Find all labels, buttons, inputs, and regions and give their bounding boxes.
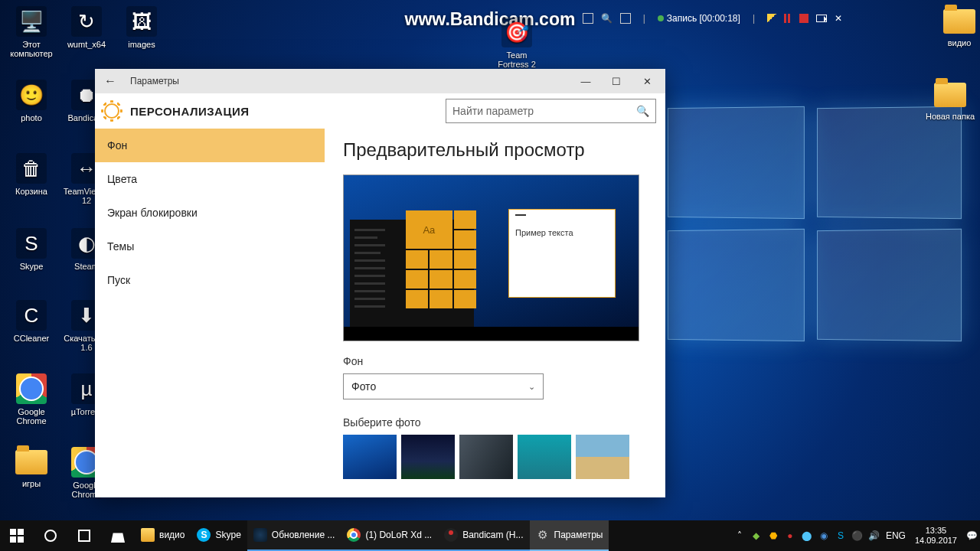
tray-clock[interactable]: 13:35 14.09.2017 xyxy=(909,526,963,546)
chevron-down-icon: ⌄ xyxy=(528,382,535,392)
desktop-icon-label: images xyxy=(115,40,168,49)
taskbar-task[interactable]: видио xyxy=(135,520,191,551)
task-view-icon[interactable] xyxy=(67,520,101,551)
sidebar-item[interactable]: Пуск xyxy=(95,263,325,297)
wallpaper-thumb[interactable] xyxy=(401,435,455,479)
desktop-icon[interactable]: 🗑Корзина xyxy=(5,153,58,196)
desktop-icon[interactable]: CCCleaner xyxy=(5,300,58,343)
search-icon: 🔍 xyxy=(636,105,649,117)
desktop-icon[interactable]: ↻wumt_x64 xyxy=(60,6,113,49)
section-title: ПЕРСОНАЛИЗАЦИЯ xyxy=(130,105,249,118)
sidebar-item[interactable]: Экран блокировки xyxy=(95,196,325,230)
taskbar-task[interactable]: Параметры xyxy=(530,520,609,551)
taskbar-task[interactable]: Обновление ... xyxy=(247,520,341,551)
bandicam-toolbar[interactable]: 🔍 | Запись [00:00:18] | ✕ xyxy=(583,11,842,26)
taskbar-task[interactable]: Bandicam (H... xyxy=(438,520,529,551)
wallpaper-thumb[interactable] xyxy=(343,435,397,479)
wallpaper-thumb[interactable] xyxy=(518,435,571,479)
minimize-button[interactable]: ― xyxy=(570,69,601,93)
close-button[interactable]: ✕ xyxy=(632,69,662,93)
desktop-icon-label: photo xyxy=(5,113,58,122)
bandicam-magnify-icon[interactable]: 🔍 xyxy=(601,13,612,24)
tray-steam-icon[interactable]: ◉ xyxy=(815,520,832,551)
start-button[interactable] xyxy=(0,520,34,551)
desktop-icon-label: видио xyxy=(933,38,980,47)
bandicam-region-icon[interactable] xyxy=(620,13,631,24)
desktop-icon[interactable]: видио xyxy=(933,6,980,47)
desktop-icon-label: Skype xyxy=(5,262,58,271)
app-icon: S xyxy=(16,228,47,259)
desktop[interactable]: www.Bandicam.com 🔍 | Запись [00:00:18] |… xyxy=(0,0,980,551)
bandicam-close-icon[interactable]: ✕ xyxy=(835,13,842,24)
tray-icon[interactable]: ⬤ xyxy=(799,520,815,551)
maximize-button[interactable]: ☐ xyxy=(601,69,632,93)
app-icon: 🙂 xyxy=(16,80,47,110)
wallpaper-thumb[interactable] xyxy=(576,435,629,479)
pencil-icon[interactable] xyxy=(767,14,776,23)
task-label: Bandicam (H... xyxy=(462,530,523,540)
settings-header: ПЕРСОНАЛИЗАЦИЯ Найти параметр 🔍 xyxy=(95,93,665,129)
app-icon: 🎯 xyxy=(501,17,532,47)
pause-icon[interactable] xyxy=(784,14,792,23)
store-icon[interactable] xyxy=(101,520,135,551)
tray-notifications-icon[interactable]: 💬 xyxy=(963,520,980,551)
taskbar[interactable]: видиоSSkypeОбновление ...(1) DoLoR Xd ..… xyxy=(0,520,980,551)
bandicam-fullscreen-icon[interactable] xyxy=(583,13,593,24)
desktop-icon-label: Корзина xyxy=(5,187,58,196)
tray-network-icon[interactable]: ⚫ xyxy=(849,520,866,551)
sidebar-item[interactable]: Темы xyxy=(95,230,325,263)
background-select[interactable]: Фото ⌄ xyxy=(343,373,544,399)
folder-icon xyxy=(943,9,975,34)
task-label: Параметры xyxy=(554,530,603,540)
cortana-search-icon[interactable] xyxy=(34,520,67,551)
folder-icon xyxy=(934,83,966,107)
desktop-icon[interactable]: 🖥️Этот компьютер xyxy=(5,6,58,58)
settings-icon xyxy=(536,528,550,542)
desktop-icon[interactable]: Google Chrome xyxy=(5,373,58,425)
settings-content[interactable]: Предварительный просмотр Aa Пример текст… xyxy=(325,129,665,497)
gear-icon xyxy=(104,103,119,119)
taskbar-task[interactable]: SSkype xyxy=(191,520,247,551)
desktop-icon[interactable]: игры xyxy=(5,447,58,488)
settings-sidebar: ФонЦветаЭкран блокировкиТемыПуск xyxy=(95,129,325,497)
choose-photo-label: Выберите фото xyxy=(343,416,647,429)
app-icon: 🗑 xyxy=(16,153,47,184)
search-placeholder: Найти параметр xyxy=(452,105,534,117)
wallpaper-thumb[interactable] xyxy=(459,435,513,479)
camera-icon[interactable] xyxy=(816,15,827,22)
sidebar-item[interactable]: Фон xyxy=(95,129,325,162)
tray-icon[interactable]: ◆ xyxy=(748,520,765,551)
window-title: Параметры xyxy=(130,76,179,86)
folder-icon xyxy=(15,450,47,474)
desktop-icon[interactable]: Новая папка xyxy=(923,80,977,121)
preview-tile-aa: Aa xyxy=(406,210,452,249)
chrome-icon xyxy=(347,528,361,542)
sidebar-item[interactable]: Цвета xyxy=(95,162,325,196)
taskbar-task[interactable]: (1) DoLoR Xd ... xyxy=(341,520,438,551)
task-label: Skype xyxy=(215,530,240,540)
skype-icon: S xyxy=(197,528,211,542)
tray-language[interactable]: ENG xyxy=(883,520,909,551)
system-tray[interactable]: ˄ ◆ ⬣ ● ⬤ ◉ S ⚫ 🔊 ENG 13:35 14.09.2017 💬 xyxy=(731,520,980,551)
search-input[interactable]: Найти параметр 🔍 xyxy=(446,99,656,123)
desktop-icon-label: игры xyxy=(5,479,58,488)
app-icon: ↻ xyxy=(71,6,102,37)
window-titlebar[interactable]: ← Параметры ― ☐ ✕ xyxy=(95,69,665,93)
stop-icon[interactable] xyxy=(799,14,808,23)
tray-chevron-up-icon[interactable]: ˄ xyxy=(731,520,748,551)
tray-volume-icon[interactable]: 🔊 xyxy=(866,520,883,551)
wallpaper-thumbnails xyxy=(343,435,647,479)
tray-bandicam-icon[interactable]: ● xyxy=(782,520,799,551)
wallpaper-windows-logo xyxy=(666,107,965,344)
tray-icon[interactable]: ⬣ xyxy=(765,520,782,551)
tray-skype-icon[interactable]: S xyxy=(832,520,849,551)
desktop-icon[interactable]: 🙂photo xyxy=(5,80,58,122)
desktop-icon[interactable]: 🖼images xyxy=(115,6,168,49)
desktop-icon[interactable]: SSkype xyxy=(5,228,58,271)
app-icon: C xyxy=(16,300,47,331)
preview-heading: Предварительный просмотр xyxy=(343,139,647,161)
desktop-icon-label: wumt_x64 xyxy=(60,40,113,49)
desktop-icon[interactable]: 🎯Team Fortress 2 xyxy=(490,17,544,69)
bandicam-status: Запись [00:00:18] xyxy=(658,13,740,24)
back-button[interactable]: ← xyxy=(104,74,116,88)
